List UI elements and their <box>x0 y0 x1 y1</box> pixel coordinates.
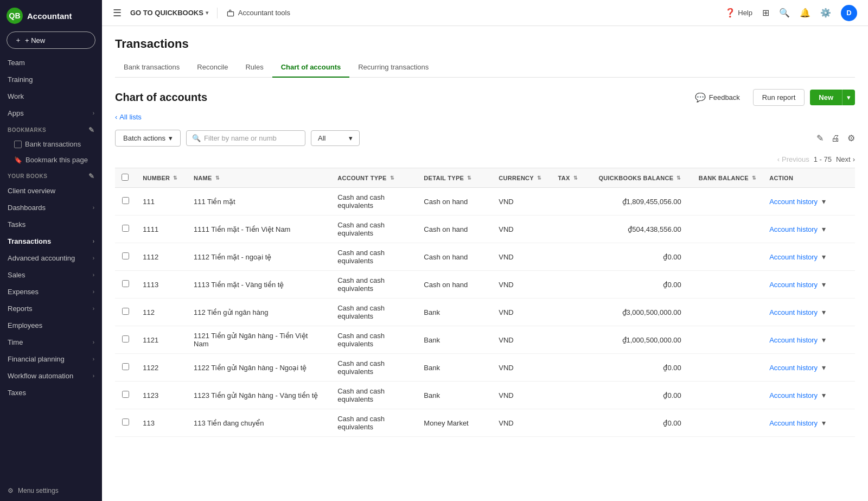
th-bank-balance[interactable]: BANK BALANCE ⇅ <box>688 168 763 188</box>
row-action-dropdown-icon[interactable]: ▾ <box>822 335 826 344</box>
sidebar-item-client-overview[interactable]: Client overview <box>0 182 102 199</box>
sidebar-item-dashboards[interactable]: Dashboards › <box>0 199 102 216</box>
sidebar-new-button[interactable]: ＋ + New <box>7 31 95 49</box>
sidebar-item-team[interactable]: Team <box>0 54 102 71</box>
user-avatar[interactable]: D <box>841 5 857 21</box>
account-history-link[interactable]: Account history <box>769 336 818 344</box>
th-qb-balance[interactable]: QUICKBOOKS BALANCE ⇅ <box>586 168 688 188</box>
sidebar-item-taxes[interactable]: Taxes <box>0 384 102 401</box>
edit-columns-icon[interactable]: ✎ <box>816 133 824 143</box>
account-history-link[interactable]: Account history <box>769 281 818 289</box>
row-checkbox-cell[interactable] <box>115 382 136 409</box>
account-history-link[interactable]: Account history <box>769 198 818 206</box>
settings-button[interactable]: ⚙️ <box>820 8 831 18</box>
row-checkbox-5[interactable] <box>122 335 129 343</box>
print-icon[interactable]: 🖨 <box>831 134 840 143</box>
previous-page-button[interactable]: ‹ Previous <box>777 155 809 163</box>
row-checkbox-cell[interactable] <box>115 409 136 437</box>
th-detail-type[interactable]: DETAIL TYPE ⇅ <box>417 168 492 188</box>
row-checkbox-3[interactable] <box>122 280 129 287</box>
help-button[interactable]: ❓ Help <box>725 8 752 18</box>
account-history-link[interactable]: Account history <box>769 419 818 427</box>
th-tax[interactable]: TAX ⇅ <box>552 168 586 188</box>
row-checkbox-cell[interactable] <box>115 243 136 271</box>
tab-recurring-transactions[interactable]: Recurring transactions <box>349 58 437 78</box>
row-action-dropdown-icon[interactable]: ▾ <box>822 391 826 399</box>
sidebar-item-reports[interactable]: Reports › <box>0 300 102 317</box>
row-checkbox-cell[interactable] <box>115 188 136 215</box>
search-button[interactable]: 🔍 <box>779 8 790 18</box>
sidebar-item-financial-planning[interactable]: Financial planning › <box>0 351 102 367</box>
sidebar-item-tasks[interactable]: Tasks <box>0 216 102 233</box>
tab-chart-of-accounts[interactable]: Chart of accounts <box>272 58 350 78</box>
th-account-type[interactable]: ACCOUNT TYPE ⇅ <box>331 168 417 188</box>
row-checkbox-8[interactable] <box>122 418 129 426</box>
account-history-link[interactable]: Account history <box>769 225 818 233</box>
hamburger-menu-icon[interactable]: ☰ <box>113 7 122 19</box>
th-currency[interactable]: CURRENCY ⇅ <box>492 168 551 188</box>
accountant-tools-nav[interactable]: Accountant tools <box>226 9 290 17</box>
sidebar-item-work[interactable]: Work <box>0 88 102 105</box>
batch-actions-button[interactable]: Batch actions ▾ <box>115 130 181 147</box>
row-checkbox-0[interactable] <box>122 197 129 204</box>
sidebar-item-sales[interactable]: Sales › <box>0 267 102 283</box>
row-checkbox-2[interactable] <box>122 252 129 259</box>
account-history-link[interactable]: Account history <box>769 253 818 261</box>
tab-bank-transactions[interactable]: Bank transactions <box>115 58 188 78</box>
row-checkbox-1[interactable] <box>122 225 129 232</box>
account-history-link[interactable]: Account history <box>769 308 818 316</box>
sidebar-item-training[interactable]: Training <box>0 71 102 88</box>
feedback-button[interactable]: 💬 Feedback <box>687 88 748 106</box>
filter-type-dropdown[interactable]: All ▾ <box>311 130 360 146</box>
row-action-dropdown-icon[interactable]: ▾ <box>822 308 826 316</box>
your-books-edit-icon[interactable]: ✎ <box>88 172 95 180</box>
next-page-button[interactable]: Next › <box>836 155 855 163</box>
th-name[interactable]: NAME ⇅ <box>187 168 331 188</box>
goto-quickbooks-nav[interactable]: GO TO QUICKBOOKS ▾ <box>130 9 208 17</box>
account-history-link[interactable]: Account history <box>769 364 818 372</box>
sidebar-item-expenses[interactable]: Expenses › <box>0 283 102 300</box>
row-action-dropdown-icon[interactable]: ▾ <box>822 280 826 289</box>
bookmarks-edit-icon[interactable]: ✎ <box>88 126 95 134</box>
row-checkbox-cell[interactable] <box>115 271 136 299</box>
settings-columns-icon[interactable]: ⚙ <box>847 133 855 143</box>
row-action-dropdown-icon[interactable]: ▾ <box>822 363 826 372</box>
apps-grid-button[interactable]: ⊞ <box>762 8 769 18</box>
sidebar-item-time[interactable]: Time › <box>0 334 102 351</box>
filter-search-box[interactable]: 🔍 <box>186 130 305 146</box>
row-action-dropdown-icon[interactable]: ▾ <box>822 252 826 261</box>
expenses-label: Expenses <box>8 288 39 296</box>
th-number[interactable]: NUMBER ⇅ <box>136 168 187 188</box>
row-checkbox-cell[interactable] <box>115 326 136 354</box>
row-action-dropdown-icon[interactable]: ▾ <box>822 418 826 427</box>
tab-rules[interactable]: Rules <box>237 58 272 78</box>
sidebar-item-transactions[interactable]: Transactions › <box>0 233 102 250</box>
sidebar-item-bank-transactions[interactable]: Bank transactions <box>0 136 102 152</box>
menu-settings[interactable]: ⚙ Menu settings <box>0 480 102 501</box>
sidebar-item-bookmark-page[interactable]: 🔖 Bookmark this page <box>0 152 102 168</box>
row-checkbox-7[interactable] <box>122 391 129 398</box>
filter-search-input[interactable] <box>204 134 299 142</box>
row-checkbox-6[interactable] <box>122 363 129 370</box>
row-action-dropdown-icon[interactable]: ▾ <box>822 197 826 206</box>
new-main-button[interactable]: New <box>810 90 842 105</box>
select-all-checkbox[interactable] <box>122 174 129 181</box>
account-history-link[interactable]: Account history <box>769 391 818 399</box>
sidebar-item-advanced-accounting[interactable]: Advanced accounting › <box>0 250 102 267</box>
table-row: 1121 1121 Tiền gửi Ngân hàng - Tiền Việt… <box>115 326 855 354</box>
row-checkbox-cell[interactable] <box>115 299 136 326</box>
run-report-button[interactable]: Run report <box>753 89 805 106</box>
select-all-checkbox-header[interactable] <box>115 168 136 188</box>
row-checkbox-cell[interactable] <box>115 354 136 382</box>
new-dropdown-button[interactable]: ▾ <box>842 90 855 105</box>
tab-reconcile[interactable]: Reconcile <box>188 58 237 78</box>
row-checkbox-4[interactable] <box>122 308 129 315</box>
notifications-button[interactable]: 🔔 <box>800 8 810 18</box>
all-lists-link[interactable]: ‹ All lists <box>115 113 855 121</box>
row-action-dropdown-icon[interactable]: ▾ <box>822 225 826 233</box>
row-detail-type: Money Market <box>417 409 492 437</box>
sidebar-item-workflow-automation[interactable]: Workflow automation › <box>0 367 102 384</box>
sidebar-item-employees[interactable]: Employees <box>0 317 102 334</box>
row-checkbox-cell[interactable] <box>115 215 136 243</box>
sidebar-item-apps[interactable]: Apps › <box>0 105 102 122</box>
